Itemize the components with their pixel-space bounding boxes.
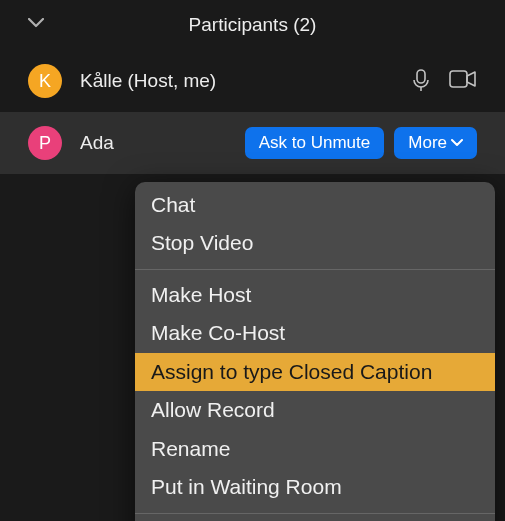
more-button[interactable]: More	[394, 127, 477, 159]
menu-item-make-host[interactable]: Make Host	[135, 276, 495, 314]
panel-title: Participants (2)	[0, 14, 505, 36]
menu-separator	[135, 513, 495, 514]
more-menu: Chat Stop Video Make Host Make Co-Host A…	[135, 182, 495, 521]
menu-item-rename[interactable]: Rename	[135, 430, 495, 468]
svg-rect-0	[417, 70, 425, 83]
collapse-chevron-icon[interactable]	[28, 18, 44, 28]
chevron-down-icon	[451, 139, 463, 147]
menu-item-allow-record[interactable]: Allow Record	[135, 391, 495, 429]
avatar: K	[28, 64, 62, 98]
menu-separator	[135, 269, 495, 270]
menu-item-stop-video[interactable]: Stop Video	[135, 224, 495, 262]
menu-item-make-cohost[interactable]: Make Co-Host	[135, 314, 495, 352]
svg-rect-2	[450, 71, 467, 87]
participant-name: Kålle (Host, me)	[80, 70, 411, 92]
avatar: P	[28, 126, 62, 160]
video-icon[interactable]	[449, 69, 477, 93]
more-button-label: More	[408, 133, 447, 153]
participant-row[interactable]: P Ada Ask to Unmute More	[0, 112, 505, 174]
microphone-icon[interactable]	[411, 69, 431, 93]
menu-item-assign-cc[interactable]: Assign to type Closed Caption	[135, 353, 495, 391]
menu-item-waiting-room[interactable]: Put in Waiting Room	[135, 468, 495, 506]
participant-name: Ada	[80, 132, 245, 154]
menu-item-chat[interactable]: Chat	[135, 186, 495, 224]
ask-to-unmute-button[interactable]: Ask to Unmute	[245, 127, 385, 159]
panel-header: Participants (2)	[0, 0, 505, 50]
participant-row-host[interactable]: K Kålle (Host, me)	[0, 50, 505, 112]
